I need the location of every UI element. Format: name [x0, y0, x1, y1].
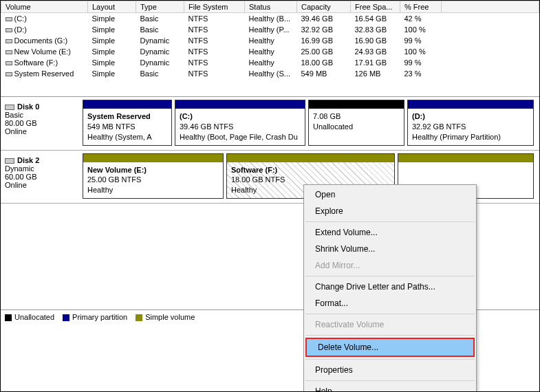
context-menu: Open Explore Extend Volume... Shrink Vol…: [303, 184, 477, 392]
menu-extend-volume[interactable]: Extend Volume...: [304, 224, 476, 241]
disk-size: 80.00 GB: [5, 119, 81, 127]
partition-size: 25.00 GB NTFS: [87, 175, 219, 185]
disk-row-0: Disk 0 Basic 80.00 GB Online System Rese…: [1, 97, 539, 151]
col-capacity[interactable]: Capacity: [297, 1, 351, 13]
legend-primary: Primary partition: [63, 313, 127, 321]
partition-color-bar: [227, 154, 394, 162]
partition-color-bar: [398, 154, 533, 162]
menu-delete-volume[interactable]: Delete Volume...: [307, 339, 473, 356]
partition-title: (C:): [180, 111, 301, 122]
table-row[interactable]: System ReservedSimpleBasicNTFSHealthy (S…: [1, 68, 539, 79]
partition-status: Healthy (System, A: [87, 132, 167, 142]
col-layout[interactable]: Layout: [88, 1, 136, 13]
partition-size: 7.08 GB: [313, 111, 400, 122]
disk-icon: [5, 105, 14, 110]
partition-status: Healthy (Primary Partition): [412, 132, 529, 142]
swatch-navy: [63, 314, 69, 321]
disk-type: Basic: [5, 111, 81, 119]
col-freespace[interactable]: Free Spa...: [351, 1, 400, 13]
col-pctfree[interactable]: % Free: [400, 1, 442, 13]
table-row[interactable]: (D:)SimpleBasicNTFSHealthy (P...32.92 GB…: [1, 24, 539, 35]
partition-color-bar: [83, 100, 171, 109]
disk-name: Disk 2: [17, 156, 39, 164]
partition-status: Unallocated: [313, 122, 400, 132]
swatch-black: [5, 314, 12, 321]
menu-reactivate-volume: Reactivate Volume: [304, 316, 476, 333]
partition-color-bar: [309, 100, 404, 109]
partition-title: (D:): [412, 111, 529, 122]
partition-status: Healthy: [87, 185, 219, 195]
partition-unallocated[interactable]: 7.08 GB Unallocated: [308, 100, 404, 146]
volume-icon: [6, 17, 12, 21]
menu-help[interactable]: Help: [304, 383, 476, 392]
volume-icon: [6, 50, 12, 54]
volume-list-panel: Volume Layout Type File System Status Ca…: [1, 1, 539, 97]
partition-e[interactable]: New Volume (E:) 25.00 GB NTFS Healthy: [83, 153, 224, 199]
menu-add-mirror: Add Mirror...: [304, 257, 476, 274]
col-volume[interactable]: Volume: [1, 1, 88, 13]
partition-color-bar: [83, 154, 223, 162]
disk-size: 60.00 GB: [5, 173, 81, 181]
disk-label-2[interactable]: Disk 2 Dynamic 60.00 GB Online: [3, 153, 83, 199]
partition-title: New Volume (E:): [87, 165, 219, 175]
table-header-row[interactable]: Volume Layout Type File System Status Ca…: [1, 1, 539, 13]
volume-icon: [6, 39, 12, 43]
volume-icon: [6, 72, 12, 76]
volume-icon: [6, 28, 12, 32]
menu-change-drive-letter[interactable]: Change Drive Letter and Paths...: [304, 279, 476, 295]
col-spacer: [442, 1, 539, 13]
table-row[interactable]: Documents (G:)SimpleDynamicNTFSHealthy16…: [1, 35, 539, 46]
table-row[interactable]: Software (F:)SimpleDynamicNTFSHealthy18.…: [1, 57, 539, 68]
swatch-olive: [136, 314, 142, 321]
menu-properties[interactable]: Properties: [304, 362, 476, 378]
partition-size: 32.92 GB NTFS: [412, 122, 529, 132]
menu-highlight-box: Delete Volume...: [305, 338, 475, 357]
menu-separator: [305, 276, 475, 276]
disk-name: Disk 0: [17, 102, 39, 111]
menu-separator: [305, 359, 475, 360]
legend-simple: Simple volume: [136, 313, 195, 321]
partition-title: System Reserved: [87, 111, 167, 122]
disk-state: Online: [5, 127, 81, 135]
partition-title: Software (F:): [231, 165, 390, 175]
col-filesystem[interactable]: File System: [184, 1, 245, 13]
partition-d[interactable]: (D:) 32.92 GB NTFS Healthy (Primary Part…: [407, 100, 534, 146]
partition-size: 18.00 GB NTFS: [231, 175, 390, 185]
partition-size: 39.46 GB NTFS: [180, 122, 301, 132]
menu-separator: [305, 314, 475, 314]
partition-c[interactable]: (C:) 39.46 GB NTFS Healthy (Boot, Page F…: [175, 100, 305, 146]
col-status[interactable]: Status: [245, 1, 297, 13]
menu-separator: [305, 380, 475, 381]
disk0-partitions: System Reserved 549 MB NTFS Healthy (Sys…: [83, 100, 537, 146]
partition-color-bar: [175, 100, 305, 109]
menu-separator: [305, 335, 475, 336]
col-type[interactable]: Type: [136, 1, 184, 13]
menu-explore[interactable]: Explore: [304, 203, 476, 219]
table-row[interactable]: (C:)SimpleBasicNTFSHealthy (B...39.46 GB…: [1, 13, 539, 25]
partition-system-reserved[interactable]: System Reserved 549 MB NTFS Healthy (Sys…: [83, 100, 172, 146]
menu-format[interactable]: Format...: [304, 295, 476, 312]
legend-unallocated: Unallocated: [5, 313, 54, 321]
disk-type: Dynamic: [5, 164, 81, 173]
volume-table[interactable]: Volume Layout Type File System Status Ca…: [1, 1, 539, 79]
volume-icon: [6, 61, 12, 65]
disk-state: Online: [5, 181, 81, 189]
menu-open[interactable]: Open: [304, 186, 476, 203]
menu-shrink-volume[interactable]: Shrink Volume...: [304, 241, 476, 257]
partition-status: Healthy (Boot, Page File, Crash Du: [180, 132, 301, 142]
partition-color-bar: [408, 100, 533, 109]
table-row[interactable]: New Volume (E:)SimpleDynamicNTFSHealthy2…: [1, 46, 539, 57]
partition-size: 549 MB NTFS: [87, 122, 167, 132]
disk-label-0[interactable]: Disk 0 Basic 80.00 GB Online: [3, 100, 83, 146]
menu-separator: [305, 221, 475, 222]
disk-icon: [5, 158, 14, 164]
